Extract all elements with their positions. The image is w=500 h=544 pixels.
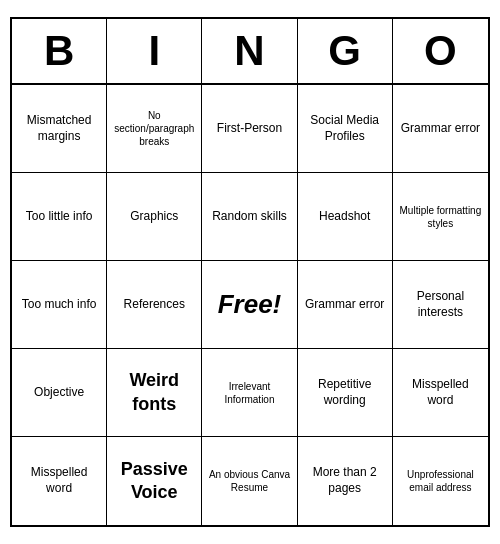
bingo-cell-5: Too little info [12, 173, 107, 261]
bingo-cell-24: Unprofessional email address [393, 437, 488, 525]
bingo-cell-23: More than 2 pages [298, 437, 393, 525]
bingo-card: BINGO Mismatched marginsNo section/parag… [10, 17, 490, 527]
bingo-cell-21: Passive Voice [107, 437, 202, 525]
bingo-letter-g: G [298, 19, 393, 83]
bingo-cell-0: Mismatched margins [12, 85, 107, 173]
bingo-cell-8: Headshot [298, 173, 393, 261]
bingo-cell-2: First-Person [202, 85, 297, 173]
bingo-cell-16: Weird fonts [107, 349, 202, 437]
bingo-cell-7: Random skills [202, 173, 297, 261]
bingo-letter-i: I [107, 19, 202, 83]
bingo-cell-11: References [107, 261, 202, 349]
bingo-cell-14: Personal interests [393, 261, 488, 349]
bingo-cell-22: An obvious Canva Resume [202, 437, 297, 525]
bingo-header: BINGO [12, 19, 488, 85]
bingo-cell-17: Irrelevant Information [202, 349, 297, 437]
bingo-letter-b: B [12, 19, 107, 83]
bingo-cell-13: Grammar error [298, 261, 393, 349]
bingo-cell-1: No section/paragraph breaks [107, 85, 202, 173]
bingo-cell-12: Free! [202, 261, 297, 349]
bingo-cell-19: Misspelled word [393, 349, 488, 437]
bingo-cell-15: Objective [12, 349, 107, 437]
bingo-cell-3: Social Media Profiles [298, 85, 393, 173]
bingo-cell-20: Misspelled word [12, 437, 107, 525]
bingo-cell-18: Repetitive wording [298, 349, 393, 437]
bingo-cell-4: Grammar error [393, 85, 488, 173]
bingo-cell-9: Multiple formatting styles [393, 173, 488, 261]
bingo-cell-6: Graphics [107, 173, 202, 261]
bingo-cell-10: Too much info [12, 261, 107, 349]
bingo-grid: Mismatched marginsNo section/paragraph b… [12, 85, 488, 525]
bingo-letter-n: N [202, 19, 297, 83]
bingo-letter-o: O [393, 19, 488, 83]
